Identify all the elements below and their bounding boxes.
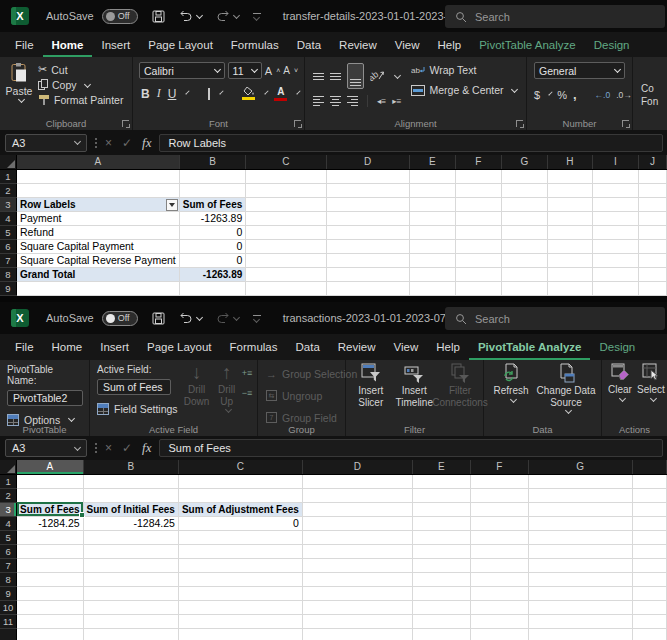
cell-D1[interactable] (326, 169, 409, 183)
column-header-D[interactable]: D (326, 155, 409, 169)
row-header-6[interactable]: 6 (0, 239, 16, 253)
cell-G5[interactable] (528, 530, 632, 544)
cell-A5[interactable] (17, 530, 83, 544)
cell-C1[interactable] (246, 169, 326, 183)
cell-F8[interactable] (471, 572, 528, 586)
row-header-8[interactable]: 8 (0, 572, 17, 586)
cell-E4[interactable] (409, 211, 455, 225)
tab-pivottable-analyze[interactable]: PivotTable Analyze (470, 32, 585, 57)
font-size-combo[interactable]: 11 (228, 62, 262, 79)
cell-D3[interactable] (326, 197, 409, 211)
column-header-C[interactable]: C (178, 460, 302, 474)
cell-1[interactable] (632, 474, 666, 488)
cell-C1[interactable] (178, 474, 302, 488)
column-header-blank[interactable] (632, 460, 666, 474)
formula-bar-grip[interactable] (95, 443, 97, 453)
search-input[interactable]: Search (445, 307, 665, 330)
column-header-C[interactable]: C (246, 155, 326, 169)
cell-C4[interactable]: 0 (178, 516, 302, 530)
cell-B6[interactable] (83, 544, 178, 558)
cell-G4[interactable] (528, 516, 632, 530)
cell-2[interactable] (632, 488, 666, 502)
cell-J7[interactable] (639, 253, 667, 267)
wrap-text-button[interactable]: ab Wrap Text (411, 64, 516, 76)
drill-down-button[interactable]: ↓ Drill Down (182, 360, 212, 418)
number-format-combo[interactable]: General (534, 62, 625, 79)
save-button[interactable] (152, 10, 165, 23)
cell-4[interactable] (632, 516, 666, 530)
cell-H2[interactable] (547, 183, 592, 197)
cell-C[interactable] (178, 628, 302, 640)
cell-E4[interactable] (412, 516, 470, 530)
redo-button[interactable] (216, 312, 239, 324)
formula-input[interactable]: Sum of Fees (159, 439, 663, 457)
comma-style-button[interactable]: , (573, 87, 577, 102)
cell-J9[interactable] (639, 281, 667, 295)
cell-A10[interactable] (17, 600, 83, 614)
cell-A6[interactable]: Square Capital Payment (16, 239, 179, 253)
cell-F[interactable] (471, 628, 528, 640)
top-align-button[interactable] (313, 73, 324, 80)
cell-A1[interactable] (17, 474, 83, 488)
cell-F4[interactable] (471, 516, 528, 530)
cell-E5[interactable] (412, 530, 470, 544)
cell-J5[interactable] (639, 225, 667, 239)
cell-E7[interactable] (409, 253, 455, 267)
ribbon-display-options-icon[interactable] (253, 13, 261, 20)
cell-F2[interactable] (455, 183, 501, 197)
cell-B7[interactable] (83, 558, 178, 572)
cell-H6[interactable] (547, 239, 592, 253)
cell-H9[interactable] (547, 281, 592, 295)
cell-D2[interactable] (326, 183, 409, 197)
cell-F4[interactable] (455, 211, 501, 225)
cell-C5[interactable] (178, 530, 302, 544)
insert-slicer-button[interactable]: Insert Slicer (350, 360, 392, 408)
cell-C2[interactable] (178, 488, 302, 502)
cell-D1[interactable] (302, 474, 412, 488)
cell-B6[interactable]: 0 (179, 239, 245, 253)
copy-button[interactable]: Copy (38, 79, 123, 91)
cell-C4[interactable] (246, 211, 326, 225)
row-header-5[interactable]: 5 (0, 530, 17, 544)
filter-dropdown-button[interactable] (166, 199, 178, 211)
cell-C8[interactable] (178, 572, 302, 586)
save-button[interactable] (152, 312, 165, 325)
cell-J4[interactable] (639, 211, 667, 225)
cell-I6[interactable] (593, 239, 639, 253)
cell-G1[interactable] (501, 169, 547, 183)
cell-B9[interactable] (83, 586, 178, 600)
tab-page-layout[interactable]: Page Layout (139, 32, 222, 57)
cell-C6[interactable] (178, 544, 302, 558)
search-input[interactable]: Search (445, 5, 665, 28)
row-header-9[interactable]: 9 (0, 281, 16, 295)
cell-C5[interactable] (246, 225, 326, 239)
cell-B1[interactable] (179, 169, 245, 183)
cell-D[interactable] (302, 628, 412, 640)
cell-I9[interactable] (593, 281, 639, 295)
cell-A5[interactable]: Refund (16, 225, 179, 239)
font-name-combo[interactable]: Calibri (139, 62, 225, 79)
formula-bar-grip[interactable] (95, 138, 97, 148)
align-left-button[interactable] (313, 96, 324, 106)
cell-G10[interactable] (528, 600, 632, 614)
cell-D4[interactable] (302, 516, 412, 530)
row-header-blank[interactable] (0, 628, 17, 640)
select-all-corner[interactable] (0, 460, 17, 474)
cell-E6[interactable] (412, 544, 470, 558)
cell-F9[interactable] (455, 281, 501, 295)
cell-F1[interactable] (455, 169, 501, 183)
cell-C10[interactable] (178, 600, 302, 614)
cell-A1[interactable] (16, 169, 179, 183)
cell-H5[interactable] (547, 225, 592, 239)
tab-page-layout[interactable]: Page Layout (138, 334, 221, 360)
cell-F3[interactable] (471, 502, 528, 516)
bottom-align-button[interactable] (347, 63, 364, 89)
cell-F6[interactable] (471, 544, 528, 558)
font-dialog-launcher[interactable] (294, 120, 301, 127)
cell-G7[interactable] (501, 253, 547, 267)
cell-B5[interactable] (83, 530, 178, 544)
enter-button[interactable]: ✓ (122, 441, 132, 455)
cell-C7[interactable] (178, 558, 302, 572)
cell-B10[interactable] (83, 600, 178, 614)
cell-I3[interactable] (593, 197, 639, 211)
